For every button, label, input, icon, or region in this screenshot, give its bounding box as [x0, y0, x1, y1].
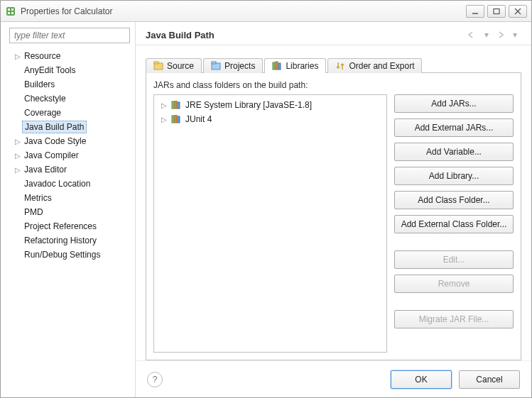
forward-dropdown[interactable]: ▾ — [509, 29, 521, 40]
libraries-pane: JARs and class folders on the build path… — [146, 72, 521, 360]
expand-icon: ▷ — [13, 138, 22, 145]
sidebar-item-checkstyle[interactable]: Checkstyle — [5, 92, 131, 106]
maximize-button[interactable] — [487, 5, 506, 18]
title-bar: Properties for Calculator — [1, 1, 531, 22]
button-column: Add JARs... Add External JARs... Add Var… — [394, 94, 514, 353]
tree-item-label: Builders — [22, 79, 57, 90]
projects-icon — [211, 61, 221, 71]
tree-item-label: Run/Debug Settings — [22, 249, 102, 260]
svg-rect-6 — [494, 9, 499, 13]
add-variable-button[interactable]: Add Variable... — [394, 143, 514, 161]
expand-icon: ▷ — [13, 152, 22, 160]
tree-item-label: AnyEdit Tools — [22, 65, 78, 76]
footer: ? OK Cancel — [136, 360, 531, 397]
remove-button[interactable]: Remove — [394, 275, 514, 293]
tab-label: Source — [167, 61, 194, 71]
main-content: SourceProjectsLibrariesOrder and Export … — [136, 45, 531, 360]
jar-entry[interactable]: ▷JUnit 4 — [156, 112, 385, 126]
sidebar-item-project-references[interactable]: Project References — [5, 219, 131, 233]
sidebar-item-resource[interactable]: ▷Resource — [5, 49, 131, 63]
svg-rect-13 — [273, 62, 275, 70]
sidebar-item-java-editor[interactable]: ▷Java Editor — [5, 162, 131, 177]
tab-label: Libraries — [286, 61, 318, 71]
sidebar-item-refactoring-history[interactable]: Refactoring History — [5, 233, 131, 248]
tree-item-label: Resource — [22, 50, 63, 62]
tab-source[interactable]: Source — [146, 58, 202, 73]
expand-icon: ▷ — [160, 101, 168, 109]
libraries-icon — [272, 61, 282, 71]
tree-item-label: Metrics — [22, 192, 54, 204]
svg-rect-0 — [6, 7, 15, 16]
tree-item-label: Coverage — [22, 107, 63, 118]
sidebar-item-coverage[interactable]: Coverage — [5, 106, 131, 120]
tree-item-label: Java Compiler — [22, 150, 81, 161]
svg-rect-15 — [278, 63, 281, 70]
forward-button[interactable] — [494, 29, 507, 40]
nav-buttons: ▾ ▾ — [466, 29, 521, 40]
tab-order-and-export[interactable]: Order and Export — [327, 58, 422, 73]
window-title: Properties for Calculator — [21, 6, 466, 16]
add-external-jars-button[interactable]: Add External JARs... — [394, 118, 514, 137]
jar-entry[interactable]: ▷JRE System Library [JavaSE-1.8] — [156, 98, 385, 112]
source-icon — [153, 61, 163, 71]
expand-icon: ▷ — [160, 116, 168, 123]
help-button[interactable]: ? — [147, 372, 163, 387]
sidebar-item-java-compiler[interactable]: ▷Java Compiler — [5, 148, 131, 162]
cancel-button[interactable]: Cancel — [459, 370, 520, 389]
sidebar-item-metrics[interactable]: Metrics — [5, 191, 131, 205]
minimize-button[interactable] — [466, 5, 484, 18]
tab-label: Projects — [224, 61, 255, 71]
tab-libraries[interactable]: Libraries — [264, 58, 326, 73]
jar-label: JUnit 4 — [185, 114, 212, 124]
tab-label: Order and Export — [349, 61, 414, 71]
library-icon — [171, 101, 183, 109]
sidebar-item-java-code-style[interactable]: ▷Java Code Style — [5, 134, 131, 148]
close-button[interactable] — [509, 5, 527, 18]
sidebar-item-run-debug-settings[interactable]: Run/Debug Settings — [5, 248, 131, 262]
add-class-folder-button[interactable]: Add Class Folder... — [394, 191, 514, 209]
jar-label: JRE System Library [JavaSE-1.8] — [185, 100, 312, 110]
svg-rect-19 — [172, 116, 174, 123]
pane-body: ▷JRE System Library [JavaSE-1.8]▷JUnit 4… — [153, 94, 514, 353]
back-dropdown[interactable]: ▾ — [480, 29, 493, 40]
svg-rect-3 — [8, 12, 10, 14]
dialog-body: ▷ResourceAnyEdit ToolsBuildersCheckstyle… — [1, 22, 531, 397]
sidebar-item-anyedit-tools[interactable]: AnyEdit Tools — [5, 63, 131, 77]
back-button[interactable] — [466, 29, 479, 40]
expand-icon: ▷ — [13, 166, 22, 174]
pane-label: JARs and class folders on the build path… — [153, 80, 514, 90]
svg-rect-17 — [175, 101, 177, 109]
filter-input[interactable] — [9, 28, 130, 43]
sidebar-item-pmd[interactable]: PMD — [5, 205, 131, 219]
sidebar-item-javadoc-location[interactable]: Javadoc Location — [5, 177, 131, 191]
svg-rect-14 — [276, 62, 278, 70]
add-library-button[interactable]: Add Library... — [394, 167, 514, 185]
tree-item-label: Java Editor — [22, 164, 69, 175]
sidebar-item-java-build-path[interactable]: Java Build Path — [5, 120, 131, 134]
main-header: Java Build Path ▾ ▾ — [136, 22, 531, 45]
svg-rect-4 — [11, 12, 13, 14]
svg-rect-12 — [212, 62, 216, 64]
tab-projects[interactable]: Projects — [203, 58, 263, 73]
jar-list[interactable]: ▷JRE System Library [JavaSE-1.8]▷JUnit 4 — [153, 94, 387, 353]
window-buttons — [466, 5, 527, 18]
svg-rect-10 — [154, 62, 158, 64]
edit-button[interactable]: Edit... — [394, 250, 514, 269]
svg-rect-18 — [178, 102, 180, 109]
page-title: Java Build Path — [146, 30, 466, 40]
ok-button[interactable]: OK — [391, 370, 452, 389]
sidebar-item-builders[interactable]: Builders — [5, 77, 131, 92]
property-tree[interactable]: ▷ResourceAnyEdit ToolsBuildersCheckstyle… — [5, 49, 131, 392]
tree-item-label: Java Build Path — [22, 121, 87, 133]
migrate-button[interactable]: Migrate JAR File... — [394, 310, 514, 328]
tab-bar: SourceProjectsLibrariesOrder and Export — [146, 54, 521, 72]
svg-rect-16 — [172, 101, 174, 109]
svg-rect-1 — [8, 9, 10, 11]
svg-rect-2 — [11, 9, 13, 11]
order-icon — [335, 61, 345, 71]
svg-rect-20 — [175, 115, 177, 123]
tree-item-label: Javadoc Location — [22, 178, 92, 189]
add-jars-button[interactable]: Add JARs... — [394, 94, 514, 113]
dialog-window: Properties for Calculator ▷ResourceAnyEd… — [0, 0, 532, 398]
add-external-class-folder-button[interactable]: Add External Class Folder... — [394, 215, 514, 233]
